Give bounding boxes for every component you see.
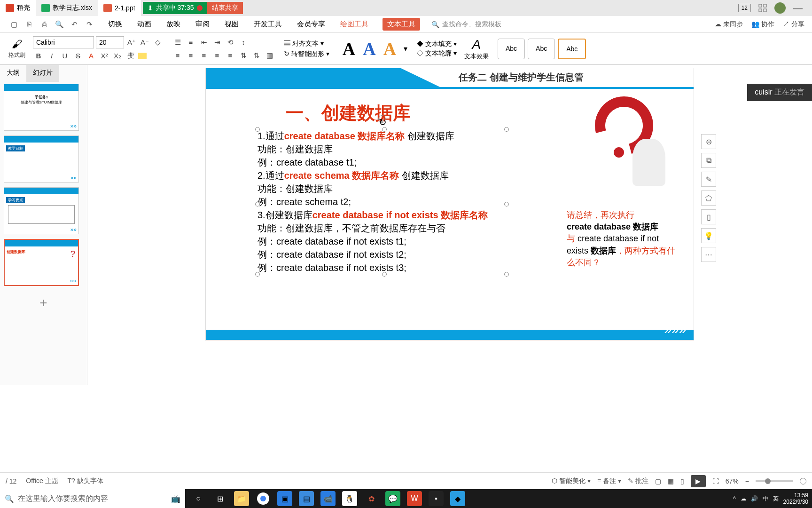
para-spacing-icon[interactable]: ⇅ bbox=[251, 50, 262, 61]
increase-indent-icon[interactable]: ⇥ bbox=[211, 37, 223, 48]
ime-lang2[interactable]: 英 bbox=[773, 495, 779, 503]
collab-button[interactable]: 👥 协作 bbox=[751, 20, 774, 29]
align-justify-icon[interactable]: ≡ bbox=[211, 50, 223, 61]
save-icon[interactable]: ▢ bbox=[8, 18, 21, 31]
fit-icon[interactable]: ⛶ bbox=[712, 477, 719, 485]
ime-lang1[interactable]: 中 bbox=[763, 495, 768, 503]
menu-dev[interactable]: 开发工具 bbox=[253, 18, 283, 31]
task-wechat-icon[interactable]: 💬 bbox=[385, 491, 400, 506]
menu-text-tools[interactable]: 文本工具 bbox=[383, 18, 420, 31]
zoom-in-icon[interactable] bbox=[800, 478, 806, 484]
beautify-button[interactable]: ⬡ 智能美化 ▾ bbox=[552, 477, 591, 485]
minimize-icon[interactable]: — bbox=[793, 3, 803, 14]
user-avatar[interactable] bbox=[774, 2, 786, 14]
comments-button[interactable]: ✎ 批注 bbox=[628, 477, 648, 485]
redo-icon[interactable]: ↷ bbox=[83, 18, 96, 31]
menu-review[interactable]: 审阅 bbox=[195, 18, 211, 31]
float-pen-icon[interactable]: ✎ bbox=[701, 172, 716, 187]
menu-view[interactable]: 视图 bbox=[224, 18, 240, 31]
slideshow-button[interactable]: ▶ bbox=[691, 475, 706, 487]
shape-style-3[interactable]: Abc bbox=[558, 39, 586, 59]
menu-switch[interactable]: 切换 bbox=[107, 18, 123, 31]
tab-slides[interactable]: 幻灯片 bbox=[26, 65, 59, 82]
selection-handle[interactable] bbox=[382, 272, 387, 277]
new-icon[interactable]: ⎘ bbox=[23, 18, 36, 31]
align-text-button[interactable]: ▤ 对齐文本 ▾ bbox=[284, 40, 329, 48]
zoom-slider[interactable] bbox=[756, 480, 793, 482]
sync-status[interactable]: ☁ 未同步 bbox=[715, 20, 743, 29]
selection-handle[interactable] bbox=[255, 202, 260, 206]
task-tencent-icon[interactable]: 📹 bbox=[320, 491, 336, 506]
text-style-a-blue[interactable]: A bbox=[363, 39, 375, 59]
missing-font-indicator[interactable]: T? 缺失字体 bbox=[68, 477, 103, 485]
menu-draw-tools[interactable]: 绘图工具 bbox=[339, 18, 369, 31]
share-status[interactable]: ⬇ 共享中 37:35 bbox=[143, 2, 207, 14]
zoom-value[interactable]: 67% bbox=[726, 477, 739, 485]
align-right-icon[interactable]: ≡ bbox=[198, 50, 210, 61]
print-icon[interactable]: ⎙ bbox=[38, 18, 51, 31]
superscript-icon[interactable]: X² bbox=[99, 50, 110, 62]
menu-animation[interactable]: 动画 bbox=[136, 18, 152, 31]
style-dropdown-icon[interactable]: ▾ bbox=[404, 44, 407, 53]
tray-volume-icon[interactable]: 🔊 bbox=[751, 495, 758, 502]
columns-icon[interactable]: ▥ bbox=[264, 50, 275, 61]
end-share-button[interactable]: 结束共享 bbox=[207, 2, 243, 14]
menu-play[interactable]: 放映 bbox=[165, 18, 181, 31]
font-color-icon[interactable]: A bbox=[86, 50, 97, 62]
slide-thumb-4-active[interactable]: 创建数据库 ? »» bbox=[4, 239, 79, 286]
view-normal-icon[interactable]: ▢ bbox=[655, 477, 661, 485]
command-search[interactable]: 🔍 查找命令、搜索模板 bbox=[431, 20, 501, 29]
preview-icon[interactable]: 🔍 bbox=[53, 18, 66, 31]
sort-icon[interactable]: ↕ bbox=[238, 37, 249, 48]
view-reading-icon[interactable]: ▯ bbox=[680, 477, 684, 485]
theme-indicator[interactable]: Office 主题 bbox=[26, 477, 58, 485]
task-circle-icon[interactable]: ○ bbox=[191, 491, 206, 506]
main-textbox[interactable]: ↻ 1.通过create database 数据库名称 创建数据库 功能：创建数… bbox=[258, 129, 507, 274]
float-layout-icon[interactable]: ▯ bbox=[701, 209, 716, 224]
task-terminal-icon[interactable]: ▪ bbox=[429, 491, 444, 506]
task-app2-icon[interactable]: ▤ bbox=[299, 491, 314, 506]
bullet-list-icon[interactable]: ☰ bbox=[172, 37, 183, 48]
window-count-badge[interactable]: 12 bbox=[738, 4, 751, 12]
slide-thumb-3[interactable]: 学习要点 »» bbox=[4, 187, 79, 234]
line-spacing-icon[interactable]: ⇅ bbox=[238, 50, 249, 61]
float-idea-icon[interactable]: 💡 bbox=[701, 228, 716, 243]
view-sorter-icon[interactable]: ▦ bbox=[668, 477, 674, 485]
float-more-icon[interactable]: ⋯ bbox=[701, 247, 716, 262]
undo-icon[interactable]: ↶ bbox=[68, 18, 81, 31]
tab-xlsx[interactable]: 教学日志.xlsx bbox=[36, 0, 98, 16]
selection-handle[interactable] bbox=[504, 202, 509, 206]
task-app1-icon[interactable]: ▣ bbox=[277, 491, 292, 506]
text-style-a-black[interactable]: A bbox=[343, 39, 355, 59]
float-layers-icon[interactable]: ⧉ bbox=[701, 153, 716, 168]
windows-search[interactable]: 🔍 在这里输入你要搜索的内容 📺 bbox=[0, 489, 185, 508]
font-size-select[interactable] bbox=[96, 36, 124, 48]
text-direction-icon[interactable]: ⟲ bbox=[225, 37, 236, 48]
phonetic-icon[interactable]: 变 bbox=[125, 50, 136, 62]
selection-handle[interactable] bbox=[255, 127, 260, 132]
italic-icon[interactable]: I bbox=[46, 50, 57, 62]
slide-canvas[interactable]: 任务二 创建与维护学生信息管 一、创建数据库 ↻ 1.通过create data… bbox=[205, 68, 694, 341]
bold-icon[interactable]: B bbox=[33, 50, 44, 62]
text-fill-button[interactable]: ◆ 文本填充 ▾ bbox=[417, 40, 457, 48]
tray-icon[interactable]: ☁ bbox=[741, 495, 746, 502]
selection-handle[interactable] bbox=[255, 272, 260, 277]
align-center-icon[interactable]: ≡ bbox=[185, 50, 196, 61]
task-chrome-icon[interactable] bbox=[256, 491, 271, 506]
task-flower-icon[interactable]: ✿ bbox=[364, 491, 379, 506]
clear-format-icon[interactable]: ◇ bbox=[152, 37, 164, 48]
float-shape-icon[interactable]: ⬠ bbox=[701, 190, 716, 206]
add-slide-button[interactable]: + bbox=[4, 291, 83, 315]
strike-icon[interactable]: S bbox=[72, 50, 84, 62]
task-blue-icon[interactable]: ◆ bbox=[450, 491, 465, 506]
shape-style-1[interactable]: Abc bbox=[498, 39, 525, 59]
slide-thumb-2[interactable]: 教学目标 »» bbox=[4, 135, 79, 183]
task-explorer-icon[interactable]: 📁 bbox=[234, 491, 249, 506]
tab-outline[interactable]: 大纲 bbox=[0, 65, 26, 82]
task-wps-icon[interactable]: W bbox=[407, 491, 422, 506]
increase-font-icon[interactable]: A⁺ bbox=[126, 37, 137, 48]
tab-docell[interactable]: 稻壳 bbox=[0, 0, 36, 16]
tray-up-icon[interactable]: ^ bbox=[733, 495, 736, 502]
smart-graphic-button[interactable]: ↻ 转智能图形 ▾ bbox=[284, 50, 329, 58]
menu-member[interactable]: 会员专享 bbox=[296, 18, 326, 31]
